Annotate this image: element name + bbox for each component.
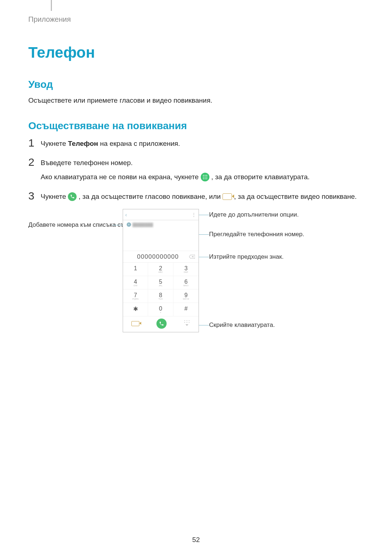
hide-keyboard-button[interactable] bbox=[184, 320, 190, 328]
add-to-contacts-row[interactable]: + ████████ bbox=[123, 220, 199, 229]
section-calls-heading: Осъществяване на повиквания bbox=[28, 120, 364, 132]
key-1[interactable]: 1 bbox=[123, 263, 148, 276]
key-6[interactable]: 6MNO bbox=[173, 276, 199, 290]
annotation-add-to-contacts: Добавете номера към списъка със записи. bbox=[28, 221, 123, 229]
keypad-icon bbox=[201, 173, 209, 181]
step-number: 2 bbox=[28, 156, 41, 168]
add-text-blur: ████████ bbox=[132, 223, 153, 227]
key-4[interactable]: 4GHI bbox=[123, 276, 148, 290]
svg-point-10 bbox=[187, 320, 187, 321]
step-number: 3 bbox=[28, 190, 41, 202]
svg-point-9 bbox=[184, 320, 185, 321]
annotation-more-options: Идете до допълнителни опции. bbox=[199, 211, 355, 218]
phone-diagram: Добавете номера към списъка със записи. … bbox=[28, 209, 364, 343]
svg-point-8 bbox=[206, 178, 207, 180]
svg-point-13 bbox=[187, 322, 187, 323]
step-1-bold: Телефон bbox=[68, 140, 98, 147]
svg-point-3 bbox=[203, 177, 204, 178]
svg-point-0 bbox=[203, 175, 204, 176]
key-9[interactable]: 9WXYZ bbox=[173, 290, 199, 303]
step-3: 3 Чукнете , за да осъществите гласово по… bbox=[28, 190, 364, 202]
phone-action-row bbox=[123, 316, 199, 331]
contact-preview-area bbox=[123, 229, 199, 251]
video-call-button[interactable] bbox=[131, 321, 139, 326]
key-7[interactable]: 7PQRS bbox=[123, 290, 148, 303]
dialed-number: 00000000000 bbox=[127, 253, 189, 260]
svg-point-1 bbox=[204, 175, 205, 176]
key-3[interactable]: 3DEF bbox=[173, 263, 199, 276]
backspace-icon[interactable] bbox=[189, 255, 195, 259]
page-number: 52 bbox=[0, 536, 392, 544]
key-2[interactable]: 2ABC bbox=[148, 263, 173, 276]
step-3-mid: , за да осъществите гласово повикване, и… bbox=[79, 193, 223, 200]
number-display-row: 00000000000 bbox=[123, 251, 199, 262]
key-star[interactable]: ✱ bbox=[123, 303, 148, 316]
step-1: 1 Чукнете Телефон на екрана с приложения… bbox=[28, 137, 364, 149]
step-2b-pre: Ако клавиатурата не се появи на екрана, … bbox=[41, 173, 201, 181]
key-5[interactable]: 5JKL bbox=[148, 276, 173, 290]
key-hash[interactable]: # bbox=[173, 303, 199, 316]
back-icon[interactable]: ‹ bbox=[125, 212, 127, 218]
page-title: Телефон bbox=[28, 44, 364, 61]
voice-call-button[interactable] bbox=[156, 319, 167, 329]
steps-list: 1 Чукнете Телефон на екрана с приложения… bbox=[28, 137, 364, 202]
annotation-view-number: Прегледайте телефонния номер. bbox=[199, 231, 355, 238]
annotation-delete-digit: Изтрийте предходен знак. bbox=[199, 253, 355, 260]
plus-icon: + bbox=[127, 222, 131, 227]
step-number: 1 bbox=[28, 137, 41, 149]
section-intro-heading: Увод bbox=[28, 79, 364, 90]
svg-point-4 bbox=[204, 177, 205, 178]
step-2: 2 Въведете телефонен номер. Ако клавиату… bbox=[28, 156, 364, 182]
key-0[interactable]: 0+ bbox=[148, 303, 173, 316]
phone-header: ‹ ⋮ bbox=[123, 209, 199, 220]
call-icon bbox=[68, 192, 77, 201]
step-body: Чукнете , за да осъществите гласово пови… bbox=[41, 190, 357, 202]
step-body: Чукнете Телефон на екрана с приложения. bbox=[41, 137, 180, 149]
video-call-icon bbox=[222, 193, 232, 200]
step-3-post: , за да осъществите видео повикване. bbox=[234, 193, 357, 200]
svg-point-6 bbox=[203, 178, 204, 180]
section-intro-text: Осъществете или приемете гласови и видео… bbox=[28, 95, 364, 106]
svg-point-5 bbox=[206, 177, 207, 178]
key-8[interactable]: 8TUV bbox=[148, 290, 173, 303]
phone-mockup: ‹ ⋮ + ████████ 00000000000 1 2ABC 3DEF 4… bbox=[123, 209, 199, 332]
step-2b-post: , за да отворите клавиатурата. bbox=[211, 173, 310, 181]
step-1-post: на екрана с приложения. bbox=[98, 140, 180, 147]
step-2a: Въведете телефонен номер. bbox=[41, 157, 310, 168]
annotation-hide-keyboard: Скрийте клавиатурата. bbox=[199, 321, 355, 329]
svg-point-11 bbox=[189, 320, 189, 321]
svg-point-2 bbox=[206, 175, 207, 176]
svg-point-12 bbox=[184, 322, 185, 323]
svg-point-7 bbox=[204, 178, 205, 180]
step-body: Въведете телефонен номер. Ако клавиатура… bbox=[41, 156, 310, 182]
step-3-pre: Чукнете bbox=[41, 193, 68, 200]
svg-point-14 bbox=[189, 322, 189, 323]
step-1-pre: Чукнете bbox=[41, 140, 68, 147]
dial-keypad: 1 2ABC 3DEF 4GHI 5JKL 6MNO 7PQRS 8TUV 9W… bbox=[123, 262, 199, 316]
more-options-icon[interactable]: ⋮ bbox=[192, 212, 196, 217]
step-2b: Ако клавиатурата не се появи на екрана, … bbox=[41, 172, 310, 182]
breadcrumb: Приложения bbox=[28, 15, 364, 24]
